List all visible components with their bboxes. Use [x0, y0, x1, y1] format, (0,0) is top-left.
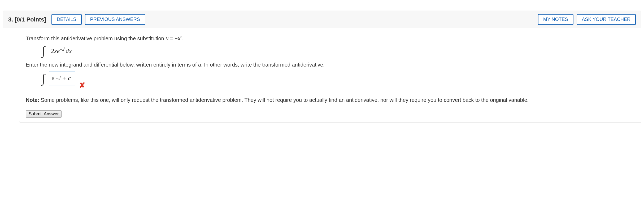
instruction-var: u	[198, 62, 201, 68]
question-header: 3. [0/1 Points] DETAILS PREVIOUS ANSWERS…	[3, 11, 641, 28]
period: .	[182, 36, 184, 41]
qnum-n: 3.	[8, 16, 13, 23]
ans-exp-exp: 2	[60, 76, 61, 78]
my-notes-button[interactable]: MY NOTES	[538, 14, 573, 25]
previous-answers-button[interactable]: PREVIOUS ANSWERS	[85, 14, 145, 25]
ans-exp-neg: −	[55, 76, 58, 80]
answer-row: ∫ e−x2 + c ✘	[42, 72, 635, 85]
question-body: Transform this antiderivative problem us…	[19, 28, 641, 123]
equals: =	[168, 36, 175, 41]
prompt-line: Transform this antiderivative problem us…	[26, 35, 635, 42]
int-exp-neg: −	[60, 47, 62, 51]
ans-plus-c: + c	[62, 75, 71, 82]
ans-exp: −x2	[55, 76, 61, 81]
instruction-prefix: Enter the new integrand and differential…	[26, 62, 198, 68]
int-e: e	[57, 47, 60, 54]
instruction-suffix: . In other words, write the transformed …	[201, 62, 325, 68]
int-exp-exp: 2	[64, 47, 65, 50]
details-button[interactable]: DETAILS	[51, 14, 82, 25]
int-exp: −x2	[60, 47, 65, 51]
submit-answer-button[interactable]: Submit Answer	[26, 110, 62, 118]
ask-your-teacher-button[interactable]: ASK YOUR TEACHER	[577, 14, 636, 25]
int-dx: dx	[66, 47, 72, 54]
ans-e: e	[52, 75, 55, 82]
note-block: Note: Some problems, like this one, will…	[26, 96, 635, 104]
sub-var: u	[166, 36, 168, 41]
integral-symbol: ∫	[42, 45, 45, 57]
note-label: Note:	[26, 97, 39, 103]
incorrect-icon: ✘	[79, 81, 85, 90]
integral-display: ∫ −2xe−x2dx	[42, 45, 635, 57]
prompt-prefix: Transform this antiderivative problem us…	[26, 36, 166, 41]
qnum-points: [0/1 Points]	[15, 16, 46, 23]
question-number: 3. [0/1 Points]	[8, 16, 46, 23]
int-coef: −2	[47, 47, 54, 54]
instruction-line: Enter the new integrand and differential…	[26, 62, 635, 68]
integrand: −2xe−x2dx	[47, 47, 72, 55]
answer-integral-symbol: ∫	[42, 72, 45, 85]
note-text: Some problems, like this one, will only …	[39, 97, 529, 103]
int-var: x	[54, 47, 57, 54]
sub-exp: 2	[180, 35, 182, 39]
neg: −	[175, 36, 178, 41]
answer-input[interactable]: e−x2 + c	[49, 72, 75, 85]
sub-base: x	[178, 36, 180, 41]
